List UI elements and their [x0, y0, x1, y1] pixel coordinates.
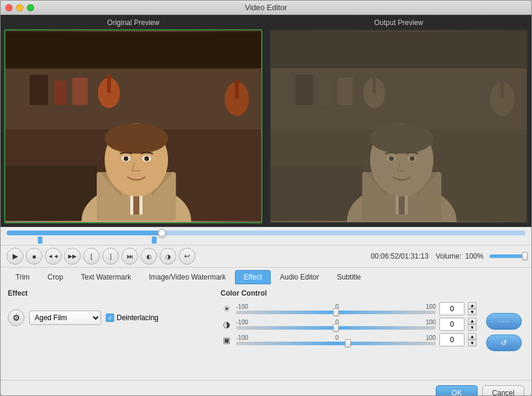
controls-bar: ▶ ■ ◄◄ ▶▶ [ ] ⏭ ◐ ◑ ↩ 00:06:52/01:31:13 … — [1, 245, 531, 267]
svg-rect-26 — [295, 75, 314, 105]
brightness-down-button[interactable]: ◐ — [140, 248, 157, 265]
tab-trim[interactable]: Trim — [7, 270, 39, 284]
contrast-up-stepper[interactable]: ▲ — [468, 318, 476, 324]
saturation-mid: 0 — [335, 334, 339, 341]
contrast-down-stepper[interactable]: ▼ — [468, 324, 476, 331]
trim-markers — [7, 237, 525, 244]
contrast-value[interactable]: 0 — [439, 318, 464, 331]
contrast-thumb[interactable] — [333, 324, 339, 332]
undo-action-button[interactable]: ↺ — [486, 334, 522, 351]
undo-icon: ↺ — [501, 339, 507, 347]
original-preview-label: Original Preview — [107, 19, 159, 27]
effect-preset-select[interactable]: Aged Film None Black & White Sepia — [29, 311, 101, 325]
close-button[interactable] — [5, 4, 13, 11]
cancel-button[interactable]: Cancel — [482, 385, 524, 396]
tab-effect[interactable]: Effect — [235, 270, 271, 284]
tab-image-video-watermark[interactable]: Image/Video Watermark — [140, 270, 235, 284]
saturation-value[interactable]: 0 — [439, 333, 464, 346]
brightness-min: -100 — [236, 303, 248, 310]
right-action-buttons: · · · ↺ — [486, 289, 524, 375]
svg-rect-27 — [320, 81, 332, 105]
brightness-row: ☀ -100 0 100 0 ▲ ▼ — [221, 302, 476, 315]
brightness-track[interactable] — [236, 311, 436, 314]
contrast-row: ◑ -100 0 100 0 ▲ ▼ — [221, 318, 476, 331]
svg-rect-30 — [372, 75, 376, 93]
undo-button[interactable]: ↩ — [179, 248, 195, 265]
traffic-lights — [5, 4, 34, 11]
skip-to-end-button[interactable]: ⏭ — [121, 248, 138, 265]
maximize-button[interactable] — [27, 4, 34, 11]
brightness-up-stepper[interactable]: ▲ — [468, 302, 476, 309]
original-video-content — [5, 30, 261, 222]
svg-rect-3 — [30, 75, 48, 105]
saturation-up-stepper[interactable]: ▲ — [468, 333, 476, 340]
play-button[interactable]: ▶ — [7, 248, 23, 265]
brightness-up-button[interactable]: ◑ — [160, 248, 176, 265]
saturation-thumb[interactable] — [345, 339, 351, 348]
tab-audio-editor[interactable]: Audio Editor — [271, 270, 328, 284]
svg-rect-28 — [338, 78, 353, 105]
time-display: 00:06:52/01:31:13 — [371, 252, 429, 260]
svg-rect-32 — [500, 79, 504, 99]
brightness-icon: ☀ — [221, 303, 233, 315]
title-bar: Video Editor — [1, 1, 531, 15]
stop-button[interactable]: ■ — [26, 248, 42, 265]
window-title: Video Editor — [245, 3, 288, 12]
original-preview-video[interactable] — [4, 29, 262, 223]
output-preview-panel: Output Preview — [266, 15, 531, 227]
effect-settings-icon[interactable]: ⚙ — [8, 309, 25, 326]
original-video-bg — [5, 30, 261, 222]
deinterlace-label: Deinterlacing — [117, 314, 158, 322]
original-preview-panel: Original Preview — [1, 15, 266, 227]
svg-point-18 — [105, 123, 168, 154]
output-video-bg — [271, 30, 527, 222]
vol-up-button[interactable]: ▶▶ — [64, 248, 81, 265]
effect-title: Effect — [8, 289, 211, 297]
output-preview-label: Output Preview — [374, 19, 423, 27]
ok-button[interactable]: OK — [436, 385, 478, 396]
effect-row: ⚙ Aged Film None Black & White Sepia ✓ D… — [8, 309, 211, 326]
brightness-thumb[interactable] — [333, 308, 339, 317]
seek-thumb[interactable] — [158, 229, 166, 237]
volume-thumb[interactable] — [522, 252, 528, 260]
contrast-icon: ◑ — [221, 318, 233, 330]
brightness-slider-container: -100 0 100 — [236, 303, 436, 314]
dots-action-button[interactable]: · · · — [486, 313, 522, 330]
svg-rect-5 — [72, 78, 87, 105]
minimize-button[interactable] — [16, 4, 23, 11]
tab-text-watermark[interactable]: Text Watermark — [72, 270, 140, 284]
vol-down-button[interactable]: ◄◄ — [45, 248, 62, 265]
trim-start-button[interactable]: [ — [83, 248, 100, 265]
output-preview-video[interactable] — [270, 29, 528, 223]
svg-point-43 — [389, 156, 394, 161]
contrast-stepper: ▲ ▼ — [468, 318, 476, 331]
tab-subtitle[interactable]: Subtitle — [328, 270, 370, 284]
deinterlace-checkbox-row: ✓ Deinterlacing — [106, 314, 158, 322]
preview-area: Original Preview — [1, 15, 531, 227]
svg-rect-7 — [107, 75, 111, 93]
volume-value: 100% — [465, 252, 484, 260]
trim-right-marker[interactable] — [152, 237, 157, 244]
svg-point-22 — [144, 156, 149, 161]
saturation-slider-container: -100 0 100 — [236, 334, 436, 345]
saturation-min: -100 — [236, 334, 248, 341]
brightness-value[interactable]: 0 — [439, 302, 464, 315]
volume-slider[interactable] — [490, 254, 525, 258]
contrast-track[interactable] — [236, 326, 436, 330]
deinterlace-checkbox[interactable]: ✓ — [106, 314, 114, 322]
tab-crop[interactable]: Crop — [39, 270, 72, 284]
saturation-icon: ▣ — [221, 334, 233, 346]
brightness-max: 100 — [426, 303, 436, 310]
trim-end-button[interactable]: ] — [102, 248, 119, 265]
dots-icon: · · · — [499, 317, 509, 326]
trim-left-marker[interactable] — [38, 237, 42, 244]
svg-point-20 — [124, 156, 129, 161]
contrast-slider-container: -100 0 100 — [236, 319, 436, 330]
saturation-track[interactable] — [236, 342, 436, 345]
brightness-down-stepper[interactable]: ▼ — [468, 309, 476, 315]
svg-rect-9 — [235, 79, 239, 99]
contrast-max: 100 — [426, 319, 436, 326]
effect-section: Effect ⚙ Aged Film None Black & White Se… — [8, 289, 211, 375]
seek-track[interactable] — [7, 231, 525, 235]
saturation-down-stepper[interactable]: ▼ — [468, 340, 476, 346]
